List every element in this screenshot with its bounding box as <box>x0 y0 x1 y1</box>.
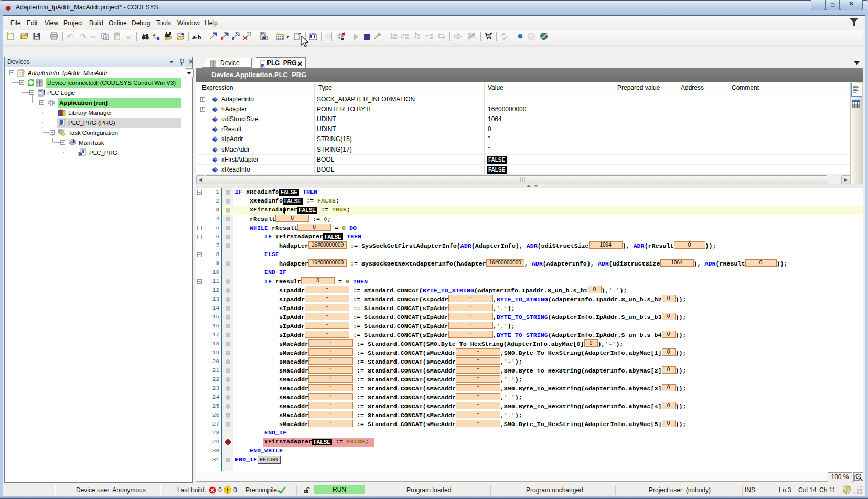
svg-text:A: A <box>153 33 156 37</box>
svg-text:B: B <box>157 36 160 40</box>
